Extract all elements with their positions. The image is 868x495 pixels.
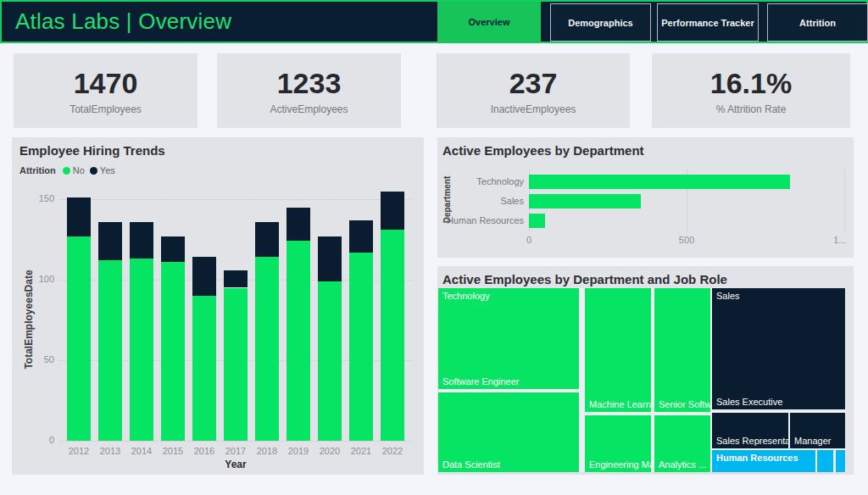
hiring-legend: Attrition No Yes [19,165,115,175]
treemap-cell-manager[interactable]: Manager [790,413,845,448]
treemap-role-label: Software Engineer [442,376,520,387]
x-tick-label: 1... [823,235,857,245]
treemap-cell-software-engineer[interactable]: TechnologySoftware Engineer [438,288,579,389]
bar-no-2017[interactable] [224,288,248,442]
y-tick-label: 150 [19,193,54,203]
category-label-technology: Technology [437,176,524,186]
hiring-trends-card: Employee Hiring Trends Attrition No Yes … [12,137,424,475]
x-tick-label: 0 [512,235,546,245]
treemap: TechnologySoftware EngineerData Scientis… [438,288,846,472]
hiring-y-axis-title: TotalEmployeesDate [23,252,35,387]
category-label-sales: Sales [437,196,524,206]
treemap-role-label: Data Scientist [442,459,500,470]
bar-yes-2016[interactable] [192,257,216,296]
kpi-label: ActiveEmployees [217,103,401,115]
bar-human-resources[interactable] [529,214,545,228]
bar-no-2016[interactable] [192,296,216,441]
kpi-card-activeemployees: 1233ActiveEmployees [217,53,401,128]
hiring-trends-title: Employee Hiring Trends [19,143,165,158]
hiring-x-axis-title: Year [185,459,287,470]
bar-no-2013[interactable] [98,260,122,441]
bar-yes-2015[interactable] [161,236,185,262]
treemap-role-label: Manager [794,436,831,446]
legend-title: Attrition [19,165,56,175]
tab-attrition[interactable]: Attrition [767,3,868,42]
treemap-role-label: Analytics ... [659,459,706,470]
bar-yes-2020[interactable] [318,236,342,281]
dept-bar-title: Active Employees by Department [442,143,644,158]
treemap-title: Active Employees by Department and Job R… [442,272,727,286]
treemap-card: Active Employees by Department and Job R… [437,266,854,475]
bar-yes-2019[interactable] [287,208,310,242]
treemap-cell-sales-representati[interactable]: Sales Representati... [712,413,788,448]
kpi-label: InactiveEmployees [437,103,630,115]
bar-no-2012[interactable] [67,236,91,441]
bar-yes-2018[interactable] [255,222,279,258]
bar-no-2019[interactable] [287,241,310,441]
kpi-label: % Attrition Rate [652,103,850,115]
treemap-group-label: Human Resources [716,453,798,463]
legend-dot-yes-icon [90,167,97,175]
kpi-label: TotalEmployees [14,103,198,115]
bar-yes-2012[interactable] [67,197,91,236]
bar-no-2020[interactable] [318,281,342,441]
tab-demographics[interactable]: Demographics [550,3,651,42]
bar-no-2021[interactable] [349,253,373,441]
gridline [59,199,412,200]
y-tick-label: 100 [19,274,54,284]
bar-no-2014[interactable] [130,259,153,441]
legend-item-yes[interactable]: Yes [90,165,115,175]
kpi-value: 237 [437,67,630,100]
x-tick-label: 2022 [374,446,411,456]
treemap-cell-engineering-man[interactable]: Engineering Man... [585,415,651,472]
tab-overview[interactable]: Overview [437,2,541,42]
kpi-value: 1470 [14,67,198,100]
kpi-card-inactiveemployees: 237InactiveEmployees [437,53,630,128]
bar-yes-2013[interactable] [98,222,122,261]
gridline [844,170,845,232]
treemap-group-label: Sales [716,291,740,301]
bar-yes-2017[interactable] [224,270,248,288]
x-tick-label: 500 [670,235,704,245]
kpi-value: 1233 [217,67,401,100]
treemap-cell-analytics[interactable]: Analytics ... [654,415,710,472]
treemap-cell-human-resources-0[interactable]: Human Resources [712,450,815,472]
treemap-role-label: Sales Executive [716,397,782,407]
bar-no-2018[interactable] [255,257,279,441]
treemap-cell-data-scientist[interactable]: Data Scientist [438,392,579,472]
y-tick-label: 50 [19,354,54,364]
bar-yes-2021[interactable] [349,220,373,253]
treemap-cell-sales-executive[interactable]: SalesSales Executive [712,288,845,409]
bar-yes-2014[interactable] [130,222,153,259]
treemap-role-label: Machine Learn... [589,399,651,409]
treemap-role-label: Engineering Man... [589,459,651,470]
page-title: Atlas Labs | Overview [15,8,231,35]
tab-performance-tracker[interactable]: Performance Tracker [657,3,759,42]
bar-technology[interactable] [529,175,790,189]
bar-sales[interactable] [529,194,641,209]
treemap-cell-human-resources-2[interactable] [836,450,845,472]
treemap-cell-human-resources-1[interactable] [817,450,833,472]
legend-dot-no-icon [63,167,70,175]
category-label-human-resources: Human Resources [437,215,524,225]
treemap-group-label: Technology [442,291,490,301]
treemap-role-label: Senior Softw... [659,399,710,409]
treemap-role-label: Sales Representati... [716,436,788,446]
legend-item-no[interactable]: No [63,165,85,175]
gridline [59,441,412,442]
dept-bar-card: Active Employees by Department Departmen… [437,137,854,258]
bar-no-2015[interactable] [161,262,185,441]
header-bar: Atlas Labs | Overview OverviewDemographi… [0,0,868,43]
kpi-value: 16.1% [652,67,850,100]
treemap-cell-machine-learn[interactable]: Machine Learn... [585,288,651,412]
kpi-card-attrition-rate: 16.1%% Attrition Rate [652,53,850,128]
treemap-cell-senior-softw[interactable]: Senior Softw... [654,288,710,412]
bar-no-2022[interactable] [381,230,404,441]
bar-yes-2022[interactable] [381,192,404,231]
kpi-card-totalemployees: 1470TotalEmployees [14,53,198,128]
y-tick-label: 0 [19,435,54,445]
